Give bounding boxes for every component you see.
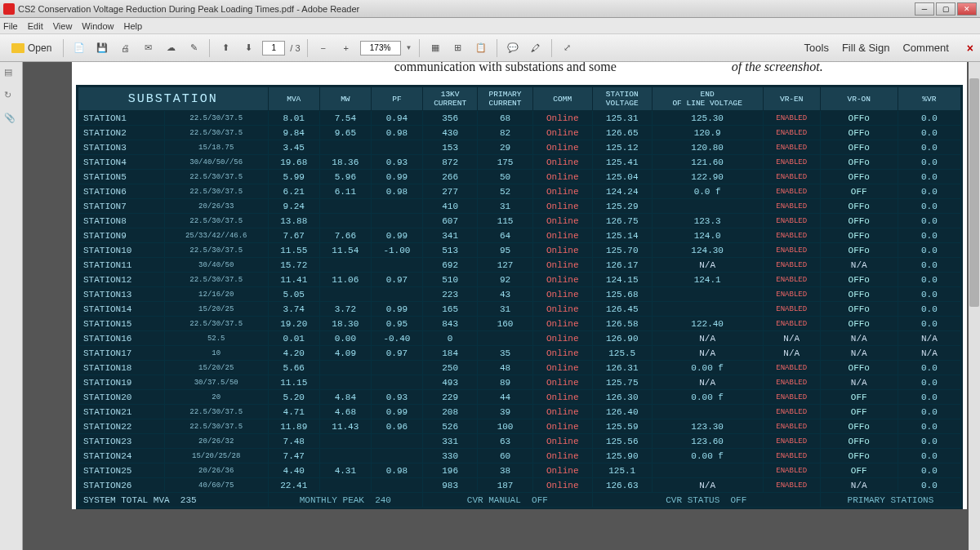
cell: STATION2: [78, 126, 165, 140]
cell: Online: [532, 243, 592, 258]
col-header: VR-ON: [820, 87, 898, 111]
cell: [319, 449, 371, 464]
bookmark-icon[interactable]: ↻: [4, 90, 19, 104]
cloud-icon[interactable]: ☁: [162, 39, 180, 57]
open-button[interactable]: Open: [7, 41, 56, 55]
cell: 7.67: [268, 228, 319, 243]
cell: 31: [478, 302, 532, 317]
cell: 60: [478, 449, 532, 464]
expand-icon[interactable]: ⤢: [559, 39, 577, 57]
menu-view[interactable]: View: [53, 21, 73, 31]
cell: 38: [478, 464, 532, 478]
cell: 22.5/30/37.5: [164, 243, 268, 258]
menu-file[interactable]: File: [3, 21, 18, 31]
cell: 0.00 f: [652, 449, 763, 464]
cell: Online: [532, 331, 592, 346]
cell: 229: [422, 390, 477, 405]
cell: 4.09: [319, 346, 371, 361]
fill-sign-tab[interactable]: Fill & Sign: [842, 42, 890, 54]
cell: 356: [422, 111, 477, 126]
close-button[interactable]: ✕: [957, 2, 977, 16]
thumbnails-icon[interactable]: ▤: [4, 67, 19, 82]
menu-window[interactable]: Window: [82, 21, 114, 31]
cell: STATION21: [78, 405, 165, 419]
separator: [497, 39, 497, 57]
tool2-icon[interactable]: ⊞: [449, 39, 467, 57]
maximize-button[interactable]: ▢: [936, 2, 956, 16]
page-down-icon[interactable]: ⬇: [239, 39, 257, 57]
create-pdf-icon[interactable]: 📄: [70, 39, 88, 57]
cell: 126.65: [592, 126, 652, 140]
cell: STATION8: [78, 214, 165, 228]
tool3-icon[interactable]: 📋: [472, 39, 490, 57]
sign-icon[interactable]: ✎: [185, 39, 203, 57]
cell: STATION20: [78, 390, 165, 405]
menu-help[interactable]: Help: [123, 21, 142, 31]
folder-icon: [11, 43, 24, 53]
minimize-button[interactable]: ─: [915, 2, 934, 16]
cell: [371, 258, 422, 273]
cell: 125.5: [592, 346, 652, 361]
cell: 4.68: [319, 405, 371, 419]
cell: 64: [478, 228, 532, 243]
cell: STATION3: [78, 140, 165, 155]
email-icon[interactable]: ✉: [139, 39, 157, 57]
zoom-input[interactable]: [360, 41, 401, 55]
zoom-dropdown-icon[interactable]: ▼: [406, 44, 412, 51]
col-header: PF: [371, 87, 422, 111]
cell: 22.5/30/37.5: [164, 214, 268, 228]
document-area[interactable]: Conservation voltage reduction is a proc…: [23, 62, 969, 550]
cell: 11.89: [268, 419, 319, 434]
cell: [371, 434, 422, 449]
cell: 50: [478, 170, 532, 184]
cell: 0.0: [898, 449, 960, 464]
cell: 11.41: [268, 273, 319, 287]
cell: 19.68: [268, 155, 319, 170]
cell: 0.97: [371, 346, 422, 361]
cell: N/A: [652, 346, 763, 361]
cell: 0.0: [898, 405, 960, 419]
cell: [478, 331, 532, 346]
cell: 22.5/30/37.5: [164, 273, 268, 287]
cell: ENABLED: [763, 243, 820, 258]
tool1-icon[interactable]: ▦: [426, 39, 444, 57]
menu-edit[interactable]: Edit: [28, 21, 43, 31]
title-bar: CS2 Conservation Voltage Reduction Durin…: [0, 0, 980, 18]
cell: OFF: [820, 184, 898, 199]
cell: 29: [478, 140, 532, 155]
cell: 68: [478, 111, 532, 126]
col-header: ENDOF LINE VOLTAGE: [652, 87, 763, 111]
comment-tab[interactable]: Comment: [902, 42, 948, 54]
highlight-icon[interactable]: 🖍: [527, 39, 545, 57]
table-row: STATION17104.204.090.9718435Online125.5N…: [78, 346, 961, 361]
cell: 0.99: [371, 405, 422, 419]
cell: ENABLED: [763, 199, 820, 214]
scrollbar-thumb[interactable]: [969, 78, 979, 307]
cell: 43: [478, 287, 532, 302]
vertical-scrollbar[interactable]: [969, 62, 980, 550]
table-row: STATION622.5/30/37.56.216.110.9827752Onl…: [78, 184, 961, 199]
cell: 0.0: [898, 375, 960, 390]
cell: 0.0: [898, 155, 960, 170]
zoom-out-icon[interactable]: −: [314, 39, 332, 57]
cell: 125.30: [652, 111, 763, 126]
save-icon[interactable]: 💾: [93, 39, 111, 57]
cell: 95: [478, 243, 532, 258]
attachment-icon[interactable]: 📎: [4, 113, 19, 127]
zoom-in-icon[interactable]: +: [337, 39, 355, 57]
page-total: / 3: [290, 43, 300, 53]
cell: Online: [532, 478, 592, 493]
cell: STATION11: [78, 258, 165, 273]
cell: ENABLED: [763, 214, 820, 228]
close-doc-icon[interactable]: ×: [967, 42, 973, 55]
separator: [551, 39, 552, 57]
cell: ENABLED: [763, 464, 820, 478]
page-input[interactable]: [262, 41, 285, 55]
tools-tab[interactable]: Tools: [804, 42, 829, 54]
print-icon[interactable]: 🖨: [116, 39, 134, 57]
page-up-icon[interactable]: ⬆: [216, 39, 234, 57]
comment-icon[interactable]: 💬: [504, 39, 522, 57]
cell: 0.99: [371, 302, 422, 317]
cell: 122.90: [652, 170, 763, 184]
text-col-right: Boomerang devices are online at the time…: [732, 62, 951, 77]
